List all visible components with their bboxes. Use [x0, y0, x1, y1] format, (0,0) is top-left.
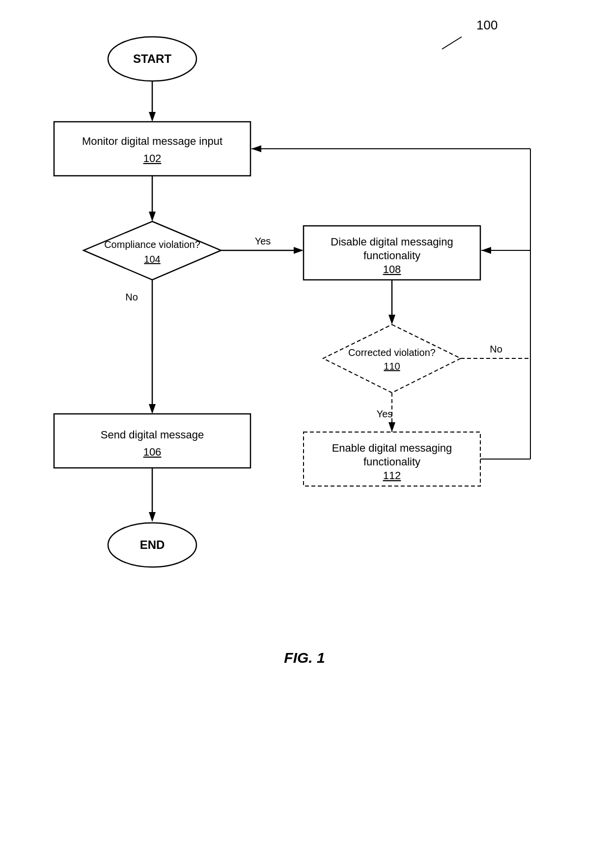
figure-number: 100 — [476, 18, 498, 32]
flowchart-diagram: 100 START Monitor digital message input … — [0, 0, 609, 868]
svg-marker-6 — [294, 247, 304, 254]
svg-marker-23 — [149, 512, 156, 522]
monitor-label-number: 102 — [143, 152, 162, 164]
svg-marker-4 — [149, 212, 156, 221]
enable-label-number: 112 — [383, 469, 401, 482]
compliance-label-line1: Compliance violation? — [104, 239, 200, 250]
send-node — [54, 414, 250, 468]
monitor-label-line1: Monitor digital message input — [82, 135, 222, 147]
svg-marker-11 — [388, 315, 395, 325]
send-label-line1: Send digital message — [101, 429, 204, 441]
svg-marker-2 — [149, 112, 156, 122]
end-label: END — [140, 538, 165, 551]
compliance-label-number: 104 — [144, 254, 160, 265]
enable-label-line1: Enable digital messaging — [332, 442, 452, 454]
yes-label: Yes — [255, 236, 271, 246]
compliance-node — [83, 221, 221, 280]
send-label-number: 106 — [143, 446, 162, 458]
disable-label-number: 108 — [383, 263, 401, 275]
monitor-node — [54, 122, 250, 176]
no-label-corrected: No — [490, 344, 502, 354]
corrected-node — [323, 325, 461, 393]
yes-label-corrected: Yes — [377, 408, 393, 419]
disable-label-line2: functionality — [363, 249, 420, 262]
svg-marker-17 — [388, 422, 395, 432]
figure-caption: FIG. 1 — [284, 650, 325, 666]
start-label: START — [133, 52, 172, 65]
corrected-label-number: 110 — [384, 361, 400, 372]
disable-label-line1: Disable digital messaging — [331, 236, 453, 248]
svg-marker-15 — [481, 247, 491, 254]
no-label-compliance: No — [125, 292, 138, 302]
corrected-label-line1: Corrected violation? — [348, 347, 436, 358]
svg-line-0 — [442, 37, 462, 49]
enable-label-line2: functionality — [363, 456, 420, 468]
svg-marker-9 — [149, 404, 156, 414]
svg-marker-21 — [251, 145, 261, 152]
